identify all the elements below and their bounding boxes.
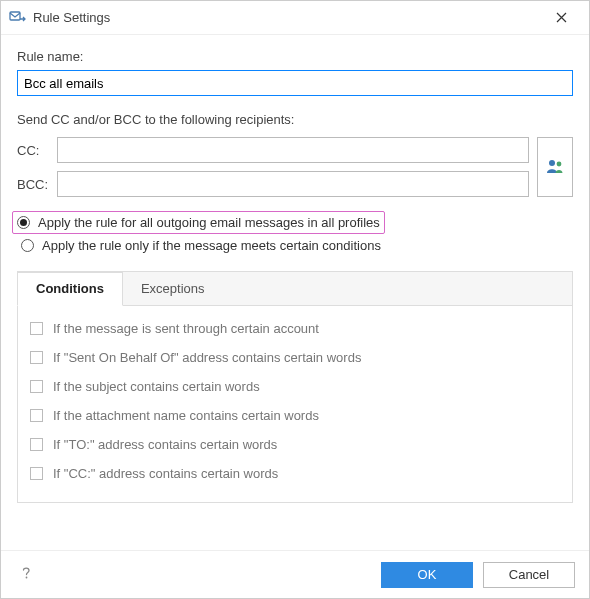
radio-icon — [21, 239, 34, 252]
scope-radio-group: Apply the rule for all outgoing email me… — [17, 211, 573, 257]
add-recipients-button[interactable] — [537, 137, 573, 197]
scope-option-conditional[interactable]: Apply the rule only if the message meets… — [17, 234, 573, 257]
condition-row[interactable]: If "CC:" address contains certain words — [28, 459, 562, 488]
close-button[interactable] — [541, 4, 581, 32]
scope-option-all[interactable]: Apply the rule for all outgoing email me… — [12, 211, 385, 234]
condition-label: If "TO:" address contains certain words — [53, 437, 277, 452]
recipients-area: CC: BCC: — [17, 137, 573, 197]
recipients-section-label: Send CC and/or BCC to the following reci… — [17, 112, 573, 127]
svg-rect-0 — [10, 12, 20, 20]
window-title: Rule Settings — [27, 10, 541, 25]
condition-label: If the subject contains certain words — [53, 379, 260, 394]
people-icon — [545, 156, 565, 179]
condition-row[interactable]: If the subject contains certain words — [28, 372, 562, 401]
rule-name-input[interactable] — [17, 70, 573, 96]
tab-exceptions[interactable]: Exceptions — [123, 273, 224, 306]
svg-point-1 — [549, 160, 555, 166]
svg-point-3 — [26, 577, 28, 579]
tab-header: Conditions Exceptions — [18, 272, 572, 306]
condition-row[interactable]: If the message is sent through certain a… — [28, 314, 562, 343]
tab-conditions[interactable]: Conditions — [17, 272, 123, 306]
checkbox-icon — [30, 409, 43, 422]
condition-label: If "Sent On Behalf Of" address contains … — [53, 350, 361, 365]
ok-button[interactable]: OK — [381, 562, 473, 588]
cc-input[interactable] — [57, 137, 529, 163]
cc-row: CC: — [17, 137, 529, 163]
condition-row[interactable]: If "Sent On Behalf Of" address contains … — [28, 343, 562, 372]
cancel-button[interactable]: Cancel — [483, 562, 575, 588]
bcc-label: BCC: — [17, 177, 51, 192]
checkbox-icon — [30, 380, 43, 393]
checkbox-icon — [30, 322, 43, 335]
titlebar: Rule Settings — [1, 1, 589, 35]
radio-icon — [17, 216, 30, 229]
scope-option-conditional-label: Apply the rule only if the message meets… — [42, 238, 381, 253]
bcc-input[interactable] — [57, 171, 529, 197]
cc-label: CC: — [17, 143, 51, 158]
rule-settings-dialog: Rule Settings Rule name: Send CC and/or … — [0, 0, 590, 599]
help-button[interactable] — [15, 561, 38, 588]
checkbox-icon — [30, 351, 43, 364]
condition-row[interactable]: If the attachment name contains certain … — [28, 401, 562, 430]
app-icon — [9, 9, 27, 27]
help-icon — [19, 566, 34, 583]
condition-label: If the message is sent through certain a… — [53, 321, 319, 336]
checkbox-icon — [30, 438, 43, 451]
dialog-footer: OK Cancel — [1, 550, 589, 598]
condition-row[interactable]: If "TO:" address contains certain words — [28, 430, 562, 459]
conditions-panel: Conditions Exceptions If the message is … — [17, 271, 573, 503]
tab-body: If the message is sent through certain a… — [18, 306, 572, 502]
bcc-row: BCC: — [17, 171, 529, 197]
checkbox-icon — [30, 467, 43, 480]
svg-point-2 — [557, 161, 562, 166]
dialog-content: Rule name: Send CC and/or BCC to the fol… — [1, 35, 589, 550]
scope-option-all-label: Apply the rule for all outgoing email me… — [38, 215, 380, 230]
condition-label: If "CC:" address contains certain words — [53, 466, 278, 481]
condition-label: If the attachment name contains certain … — [53, 408, 319, 423]
rule-name-label: Rule name: — [17, 49, 573, 64]
